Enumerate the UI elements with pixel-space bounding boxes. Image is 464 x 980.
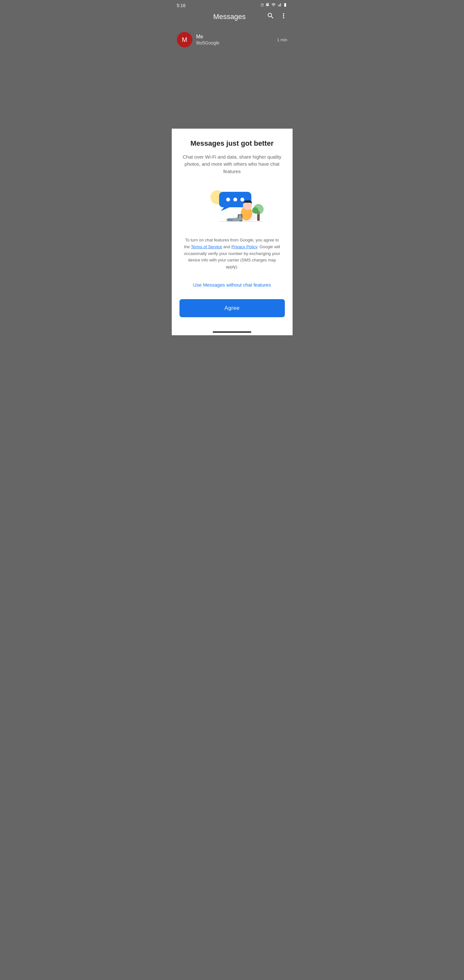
- bottom-sheet: Messages just got better Chat over Wi-Fi…: [172, 129, 292, 328]
- messages-list: M Me 9to5Google 1 min: [172, 25, 292, 129]
- privacy-policy-link[interactable]: Privacy Policy: [231, 244, 257, 249]
- nav-indicator: [172, 328, 292, 335]
- message-item[interactable]: M Me 9to5Google 1 min: [172, 28, 292, 51]
- home-indicator: [213, 331, 251, 332]
- search-icon[interactable]: [267, 12, 275, 22]
- status-bar: 5:16 ⏱: [172, 0, 292, 10]
- legal-mid-text: and: [222, 244, 231, 249]
- alarm-icon: ⏱: [260, 3, 264, 8]
- more-options-icon[interactable]: [280, 12, 288, 22]
- no-chat-features-link[interactable]: Use Messages without chat features: [180, 280, 285, 290]
- chat-illustration: [200, 183, 264, 228]
- message-name: Me: [196, 34, 273, 40]
- svg-point-3: [233, 197, 237, 202]
- status-time: 5:16: [177, 3, 186, 8]
- agree-button[interactable]: Agree: [180, 299, 285, 317]
- legal-text: To turn on chat features from Google, yo…: [180, 237, 285, 270]
- signal-icon: [277, 3, 281, 8]
- message-time: 1 min: [277, 37, 288, 42]
- svg-point-14: [252, 207, 258, 214]
- status-icons: ⏱: [260, 3, 288, 8]
- svg-point-4: [240, 197, 244, 202]
- avatar: M: [177, 32, 192, 48]
- message-preview: 9to5Google: [196, 40, 273, 45]
- terms-of-service-link[interactable]: Terms of Service: [191, 244, 222, 249]
- illustration-container: [200, 183, 264, 228]
- svg-marker-5: [221, 207, 229, 211]
- svg-point-2: [226, 197, 230, 202]
- sheet-description: Chat over Wi-Fi and data, share higher q…: [180, 153, 285, 175]
- page-title: Messages: [192, 13, 267, 21]
- header-actions: [267, 12, 288, 22]
- message-content: Me 9to5Google: [196, 34, 273, 45]
- notifications-off-icon: [265, 3, 270, 8]
- wifi-icon: [271, 3, 276, 8]
- battery-icon: [283, 3, 288, 8]
- svg-point-11: [227, 218, 233, 221]
- app-header: Messages: [172, 10, 292, 25]
- sheet-title: Messages just got better: [180, 139, 285, 148]
